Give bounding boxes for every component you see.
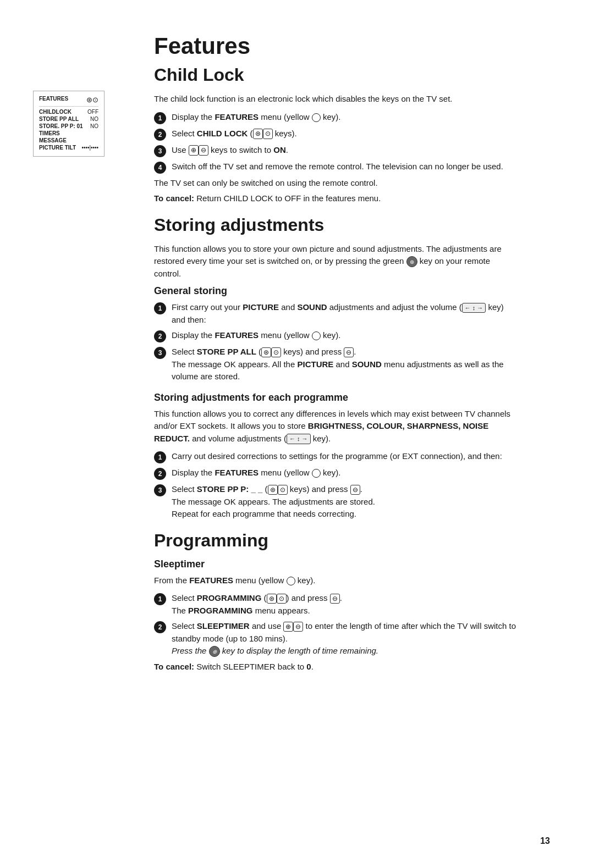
- each-step-num-3: 3: [154, 484, 166, 496]
- general-step-1: 1 First carry out your PICTURE and SOUND…: [154, 301, 517, 326]
- programming-title: Programming: [154, 530, 550, 551]
- sidebar-childlock-value: OFF: [87, 109, 98, 115]
- each-step-2-text: Display the FEATURES menu (yellow key).: [172, 467, 517, 479]
- sleeptimer-intro: From the FEATURES menu (yellow key).: [154, 574, 517, 587]
- each-step-num-2: 2: [154, 468, 166, 480]
- childlock-step-1: 1 Display the FEATURES menu (yellow key)…: [154, 111, 517, 124]
- each-step-1: 1 Carry out desired corrections to setti…: [154, 450, 517, 463]
- sidebar-storeall-value: NO: [90, 116, 98, 122]
- gen-step-num-3: 3: [154, 347, 166, 359]
- general-storing-title: General storing: [154, 285, 550, 297]
- sleep-step-2: 2 Select SLEEPTIMER and use ⊕⊖ to enter …: [154, 620, 517, 657]
- childlock-step-3: 3 Use ⊕⊖ keys to switch to ON.: [154, 144, 517, 157]
- step-number-1: 1: [154, 112, 166, 124]
- childlock-note-block: The TV set can only be switched on using…: [154, 177, 517, 205]
- sidebar-storepp-label: STORE. PP P: 01: [39, 123, 83, 129]
- sidebar-row-storeall: STORE PP ALL NO: [39, 116, 98, 122]
- childlock-intro: The child lock function is an electronic…: [154, 93, 517, 106]
- each-step-1-text: Carry out desired corrections to setting…: [172, 450, 517, 463]
- storing-title: Storing adjustments: [154, 215, 550, 235]
- sidebar-row-picturetilt: PICTURE TILT ••••|••••: [39, 145, 98, 151]
- storing-intro: This function allows you to store your o…: [154, 243, 517, 280]
- each-step-2: 2 Display the FEATURES menu (yellow key)…: [154, 467, 517, 480]
- sleeptimer-cancel-block: To cancel: Switch SLEEPTIMER back to 0.: [154, 661, 517, 673]
- sidebar-header-label: FEATURES: [39, 96, 68, 104]
- step-number-2: 2: [154, 129, 166, 141]
- childlock-note1: The TV set can only be switched on using…: [154, 177, 517, 190]
- each-prog-title: Storing adjustments for each programme: [154, 392, 550, 403]
- step-number-4: 4: [154, 162, 166, 174]
- each-step-num-1: 1: [154, 451, 166, 463]
- sleep-step-num-2: 2: [154, 621, 166, 633]
- sleep-step-1-text: Select PROGRAMMING (⊛⊙) and press ⊖. The…: [172, 592, 517, 617]
- childlock-title: Child Lock: [154, 65, 550, 85]
- each-step-3-text: Select STORE PP P: _ _ (⊛⊙ keys) and pre…: [172, 483, 517, 521]
- childlock-step-3-text: Use ⊕⊖ keys to switch to ON.: [172, 144, 517, 157]
- childlock-step-4-text: Switch off the TV set and remove the rem…: [172, 161, 517, 173]
- each-prog-intro: This function allows you to correct any …: [154, 408, 517, 445]
- sleep-step-num-1: 1: [154, 593, 166, 605]
- sidebar-header-icons: ⊛⊙: [86, 96, 98, 104]
- sleeptimer-title: Sleeptimer: [154, 559, 550, 570]
- general-step-3-text: Select STORE PP ALL (⊛⊙ keys) and press …: [172, 346, 517, 383]
- general-step-3: 3 Select STORE PP ALL (⊛⊙ keys) and pres…: [154, 346, 517, 383]
- general-step-2-text: Display the FEATURES menu (yellow key).: [172, 329, 517, 342]
- sidebar-row-childlock: CHILDLOCK OFF: [39, 109, 98, 115]
- sidebar-row-message: MESSAGE: [39, 137, 98, 143]
- childlock-step-2: 2 Select CHILD LOCK (⊛⊙ keys).: [154, 128, 517, 141]
- childlock-cancel: To cancel: Return CHILD LOCK to OFF in t…: [154, 192, 517, 205]
- sleeptimer-intro-block: From the FEATURES menu (yellow key).: [154, 574, 517, 587]
- sleep-step-1: 1 Select PROGRAMMING (⊛⊙) and press ⊖. T…: [154, 592, 517, 617]
- childlock-step-4: 4 Switch off the TV set and remove the r…: [154, 161, 517, 174]
- sidebar-childlock-label: CHILDLOCK: [39, 109, 72, 115]
- sidebar-row-storepp: STORE. PP P: 01 NO: [39, 123, 98, 129]
- sleeptimer-cancel: To cancel: Switch SLEEPTIMER back to 0.: [154, 661, 517, 673]
- childlock-step-1-text: Display the FEATURES menu (yellow key).: [172, 111, 517, 124]
- features-title: Features: [154, 33, 550, 59]
- each-step-3: 3 Select STORE PP P: _ _ (⊛⊙ keys) and p…: [154, 483, 517, 521]
- page-number: 13: [540, 836, 550, 846]
- sidebar-picturetilt-value: ••••|••••: [81, 145, 98, 151]
- sleep-step-2-text: Select SLEEPTIMER and use ⊕⊖ to enter th…: [172, 620, 517, 657]
- step-number-3: 3: [154, 145, 166, 157]
- sidebar-message-label: MESSAGE: [39, 137, 67, 143]
- storing-intro-block: This function allows you to store your o…: [154, 243, 517, 280]
- page: FEATURES ⊛⊙ CHILDLOCK OFF STORE PP ALL N…: [0, 0, 594, 868]
- general-step-1-text: First carry out your PICTURE and SOUND a…: [172, 301, 517, 326]
- each-prog-intro-block: This function allows you to correct any …: [154, 408, 517, 445]
- gen-step-num-1: 1: [154, 302, 166, 314]
- childlock-intro-block: The child lock function is an electronic…: [154, 93, 517, 106]
- sidebar-storeall-label: STORE PP ALL: [39, 116, 79, 122]
- childlock-step-2-text: Select CHILD LOCK (⊛⊙ keys).: [172, 128, 517, 140]
- sidebar-timers-label: TIMERS: [39, 130, 60, 136]
- sidebar-storepp-value: NO: [90, 123, 98, 129]
- general-step-2: 2 Display the FEATURES menu (yellow key)…: [154, 329, 517, 342]
- sidebar-picturetilt-label: PICTURE TILT: [39, 145, 76, 151]
- sidebar-row-timers: TIMERS: [39, 130, 98, 136]
- gen-step-num-2: 2: [154, 330, 166, 342]
- sidebar-box: FEATURES ⊛⊙ CHILDLOCK OFF STORE PP ALL N…: [33, 91, 105, 157]
